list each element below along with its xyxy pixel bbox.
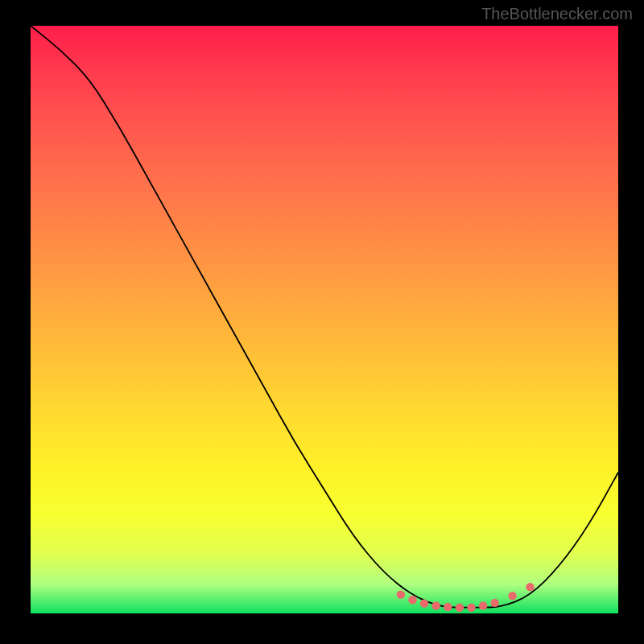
highlight-dot <box>397 590 405 598</box>
highlight-dot <box>408 596 416 604</box>
chart-svg <box>31 26 618 613</box>
highlight-dot <box>432 601 440 609</box>
highlight-dot <box>456 604 464 612</box>
chart-container <box>29 24 620 615</box>
highlight-dot <box>479 601 487 609</box>
curve-path <box>31 26 618 608</box>
highlight-dot <box>491 599 499 607</box>
highlight-dot <box>467 604 475 612</box>
highlight-dot <box>508 592 516 600</box>
highlight-dot <box>526 583 534 591</box>
watermark-text: TheBottlenecker.com <box>481 5 633 23</box>
highlight-dot <box>420 599 428 607</box>
highlight-dot <box>444 603 452 611</box>
